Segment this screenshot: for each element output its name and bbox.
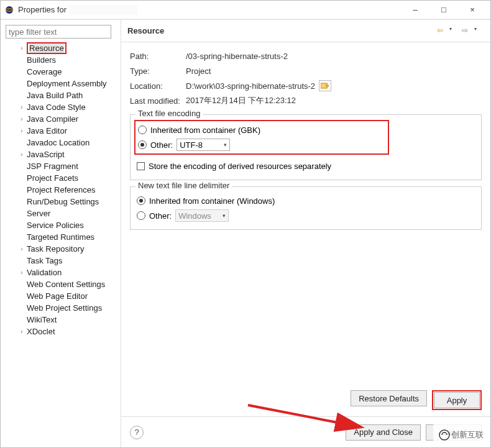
cancel-button[interactable]: Cancel: [426, 424, 482, 441]
delimiter-other-option[interactable]: Other: Windows ▾: [137, 208, 475, 223]
expand-arrow-icon[interactable]: ›: [18, 116, 25, 122]
modified-value: 2017年12月14日 下午12:23:12: [186, 95, 296, 106]
sidebar-item-server[interactable]: Server: [3, 208, 118, 219]
expand-arrow-icon[interactable]: ›: [18, 45, 25, 52]
apply-button[interactable]: Apply: [434, 392, 480, 408]
sidebar-item-service-policies[interactable]: Service Policies: [3, 219, 118, 231]
minimize-button[interactable]: –: [401, 1, 429, 19]
chevron-down-icon: ▾: [224, 142, 227, 148]
sidebar-item-label: Javadoc Location: [27, 138, 89, 147]
svg-point-0: [6, 6, 13, 14]
sidebar-item-label: Builders: [27, 55, 56, 65]
encoding-legend: Text file encoding: [135, 109, 203, 118]
nav-forward-menu-icon[interactable]: ▾: [474, 26, 484, 36]
sidebar-item-jsp-fragment[interactable]: JSP Fragment: [3, 160, 118, 172]
sidebar-item-label: Task Repository: [27, 244, 84, 254]
delimiter-combo-value: Windows: [178, 211, 211, 221]
sidebar-item-javadoc-location[interactable]: Javadoc Location: [3, 137, 118, 149]
delimiter-inherited-option[interactable]: Inherited from container (Windows): [137, 193, 475, 208]
delimiter-group: New text file line delimiter Inherited f…: [130, 186, 482, 230]
encoding-other-label: Other:: [150, 140, 173, 150]
sidebar-item-xdoclet[interactable]: ›XDoclet: [3, 326, 118, 337]
sidebar-item-web-project-settings[interactable]: Web Project Settings: [3, 302, 118, 314]
sidebar-item-java-editor[interactable]: ›Java Editor: [3, 125, 118, 137]
sidebar-item-run-debug-settings[interactable]: Run/Debug Settings: [3, 196, 118, 208]
expand-arrow-icon[interactable]: ›: [18, 104, 25, 111]
delimiter-other-label: Other:: [149, 211, 172, 221]
sidebar-item-validation[interactable]: ›Validation: [3, 267, 118, 278]
expand-arrow-icon[interactable]: ›: [18, 127, 25, 134]
sidebar-item-task-tags[interactable]: Task Tags: [3, 255, 118, 267]
sidebar-item-label: XDoclet: [27, 327, 55, 336]
derived-encoding-option[interactable]: Store the encoding of derived resources …: [137, 158, 475, 173]
type-value: Project: [186, 66, 211, 76]
encoding-inherited-option[interactable]: Inherited from container (GBK): [138, 122, 385, 137]
sidebar-item-label: Java Compiler: [27, 114, 78, 124]
sidebar-item-label: Run/Debug Settings: [27, 197, 99, 206]
sidebar-item-targeted-runtimes[interactable]: Targeted Runtimes: [3, 231, 118, 243]
close-icon: ×: [470, 5, 475, 14]
sidebar-item-coverage[interactable]: Coverage: [3, 66, 118, 78]
derived-encoding-label: Store the encoding of derived resources …: [149, 162, 331, 171]
sidebar-item-label: Java Build Path: [27, 91, 83, 100]
sidebar-item-builders[interactable]: Builders: [3, 54, 118, 66]
sidebar-item-web-content-settings[interactable]: Web Content Settings: [3, 278, 118, 290]
sidebar-item-label: Web Project Settings: [27, 303, 102, 313]
maximize-button[interactable]: □: [429, 1, 458, 19]
title-bar: Properties for – □ ×: [1, 1, 490, 19]
page-button-bar: Restore Defaults Apply: [121, 384, 490, 416]
sidebar-item-java-compiler[interactable]: ›Java Compiler: [3, 113, 118, 125]
sidebar-item-label: Resource: [29, 43, 64, 53]
sidebar-item-resource[interactable]: ›Resource: [3, 42, 118, 54]
sidebar-item-wikitext[interactable]: WikiText: [3, 314, 118, 326]
close-button[interactable]: ×: [458, 1, 487, 19]
sidebar-item-label: Project References: [27, 185, 96, 194]
encoding-other-option[interactable]: Other: UTF-8 ▾: [138, 137, 385, 152]
sidebar-item-project-references[interactable]: Project References: [3, 184, 118, 196]
encoding-inherited-label: Inherited from container (GBK): [150, 126, 260, 135]
path-value: /03-spring-hibernate-struts-2: [186, 52, 288, 61]
sidebar-item-java-build-path[interactable]: Java Build Path: [3, 89, 118, 101]
encoding-highlight: Inherited from container (GBK) Other: UT…: [134, 120, 389, 155]
expand-arrow-icon[interactable]: ›: [18, 269, 25, 276]
nav-back-icon[interactable]: ⇦: [437, 26, 447, 36]
sidebar-item-label: Java Code Style: [27, 103, 86, 112]
sidebar-item-javascript[interactable]: ›JavaScript: [3, 149, 118, 160]
path-label: Path:: [130, 52, 186, 61]
sidebar-item-task-repository[interactable]: ›Task Repository: [3, 243, 118, 255]
radio-icon: [137, 211, 145, 220]
sidebar-item-java-code-style[interactable]: ›Java Code Style: [3, 101, 118, 113]
sidebar-item-project-facets[interactable]: Project Facets: [3, 172, 118, 184]
sidebar-item-label: Server: [27, 209, 50, 218]
page-title: Resource: [127, 26, 164, 35]
sidebar-item-label: Coverage: [27, 67, 62, 76]
nav-forward-icon[interactable]: ⇨: [462, 26, 472, 36]
radio-checked-icon: [138, 140, 147, 149]
encoding-combo[interactable]: UTF-8 ▾: [177, 139, 230, 151]
show-in-explorer-button[interactable]: [319, 80, 331, 91]
dialog-footer: ? Apply and Close Cancel: [121, 416, 490, 447]
help-button[interactable]: ?: [130, 426, 144, 439]
radio-icon: [138, 126, 147, 134]
properties-dialog: Properties for – □ × ›ResourceBuildersCo…: [0, 0, 491, 448]
type-label: Type:: [130, 66, 186, 76]
encoding-group: Text file encoding Inherited from contai…: [130, 114, 482, 180]
expand-arrow-icon[interactable]: ›: [18, 151, 25, 158]
category-tree: ›ResourceBuildersCoverageDeployment Asse…: [3, 42, 118, 337]
sidebar-item-label: JSP Fragment: [27, 162, 78, 171]
checkbox-icon: [137, 162, 145, 170]
filter-input[interactable]: [6, 25, 111, 39]
apply-highlight: Apply: [432, 390, 482, 410]
restore-defaults-button[interactable]: Restore Defaults: [351, 390, 427, 406]
apply-and-close-button[interactable]: Apply and Close: [346, 424, 421, 441]
expand-arrow-icon[interactable]: ›: [18, 328, 25, 335]
sidebar-item-deployment-assembly[interactable]: Deployment Assembly: [3, 78, 118, 89]
sidebar-item-label: Targeted Runtimes: [27, 232, 94, 242]
sidebar-item-label: Web Page Editor: [27, 291, 88, 301]
nav-back-menu-icon[interactable]: ▾: [449, 26, 459, 36]
content-header: Resource ⇦ ▾ ⇨ ▾: [121, 20, 490, 42]
expand-arrow-icon[interactable]: ›: [18, 245, 25, 252]
window-title: Properties for: [18, 5, 67, 14]
sidebar-item-label: Validation: [27, 268, 62, 277]
sidebar-item-web-page-editor[interactable]: Web Page Editor: [3, 290, 118, 302]
